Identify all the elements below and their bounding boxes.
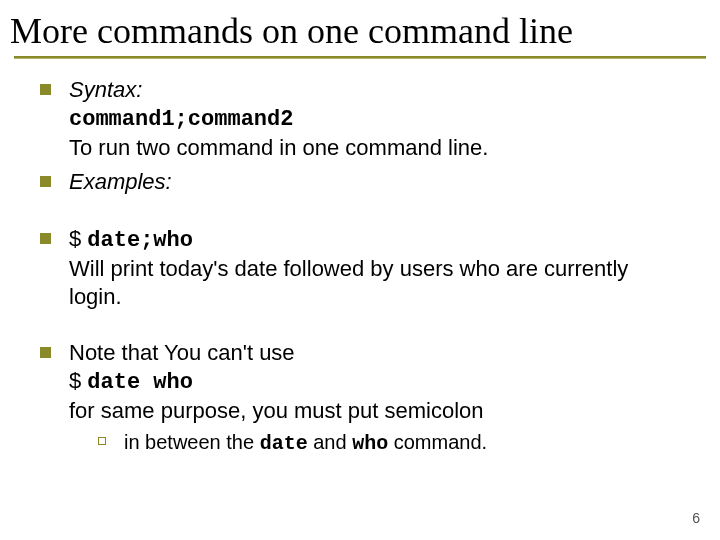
slide-title: More commands on one command line [0,0,720,56]
note-line-3: for same purpose, you must put semicolon [69,398,484,423]
slide-number: 6 [692,510,700,526]
sub-text-pre: in between the [124,431,260,453]
prompt-symbol: $ [69,368,87,393]
syntax-description: To run two command in one command line. [69,135,488,160]
square-bullet-icon [40,176,51,187]
examples-label: Examples: [69,169,172,194]
sub-code-date: date [260,432,308,455]
hollow-square-bullet-icon [98,437,106,445]
bullet-examples: Examples: [40,168,680,196]
bullet-syntax: Syntax: command1;command2 To run two com… [40,76,680,162]
syntax-code: command1;command2 [69,107,293,132]
slide: More commands on one command line Syntax… [0,0,720,540]
square-bullet-icon [40,347,51,358]
sub-text-mid: and [308,431,352,453]
square-bullet-icon [40,84,51,95]
square-bullet-icon [40,233,51,244]
bullet-example-1: $ date;who Will print today's date follo… [40,225,680,311]
note-wrong-code: date who [87,370,193,395]
prompt-symbol: $ [69,226,87,251]
example-code: date;who [87,228,193,253]
sub-text-post: command. [388,431,487,453]
sub-code-who: who [352,432,388,455]
sub-bullet: in between the date and who command. [69,430,680,457]
example-description: Will print today's date followed by user… [69,256,628,309]
bullet-note: Note that You can't use $ date who for s… [40,339,680,456]
note-line-1: Note that You can't use [69,340,295,365]
syntax-label: Syntax: [69,77,142,102]
slide-body: Syntax: command1;command2 To run two com… [0,58,720,456]
